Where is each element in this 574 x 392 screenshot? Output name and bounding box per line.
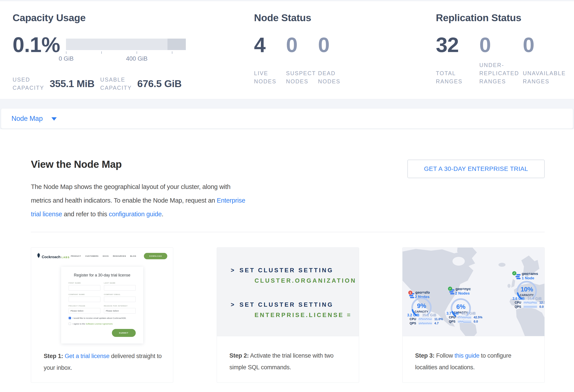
capacity-percent: 0.1% <box>13 34 60 60</box>
sql-command: SET CLUSTER SETTING <box>239 267 333 274</box>
cpu-label: CPU <box>410 317 418 321</box>
sql-command: SET CLUSTER SETTING <box>239 301 333 308</box>
capacity-range: 3.6 GiB 34.4 GiB <box>512 297 542 301</box>
capacity-total: 65.7 GiB <box>461 312 475 316</box>
page-title: View the Node Map <box>31 158 247 170</box>
section-divider <box>31 232 545 232</box>
usable-capacity-label: USABLE CAPACITY <box>100 76 135 92</box>
locality-name: geo=sfo <box>415 290 430 295</box>
qps-sparkline-chart <box>523 305 537 308</box>
axis-tick <box>66 51 66 54</box>
cpu-value: 42.5% <box>473 316 482 319</box>
capacity-used: 3.7 GiB <box>447 312 459 316</box>
cpu-metric-row: CPU 11.0% <box>410 317 443 321</box>
locality-nodes: 1 Node <box>522 276 534 280</box>
suspect-nodes-value: 0 <box>286 34 318 56</box>
step3-card: 1 geo=sfo 2 Nodes 9% CAPACITY <box>402 247 545 383</box>
healthy-badge-icon: ✓ <box>512 271 516 275</box>
text-input <box>104 285 136 291</box>
under-replicated-stat: 0 UNDER-REPLICATED RANGES <box>479 34 523 86</box>
register-page-screenshot: Cockroach LABS PRODUCT CUSTOMERS DOCS RE… <box>31 248 173 347</box>
cpu-sparkline-chart <box>523 301 537 304</box>
gauge-percent: 9% <box>411 302 432 310</box>
capacity-axis: 0 GiB 400 GiB <box>66 50 186 60</box>
qps-label: QPS <box>449 320 458 323</box>
steps-cards-row: Cockroach LABS PRODUCT CUSTOMERS DOCS RE… <box>31 247 545 383</box>
view-selector-label[interactable]: Node Map <box>11 115 42 123</box>
form-field: FIRST NAME <box>69 282 101 291</box>
field-label: COMPANY EMAIL <box>104 294 136 296</box>
axis-tick <box>172 51 172 54</box>
promo-description: The Node Map shows the geographical layo… <box>31 180 247 221</box>
checkbox-unchecked-icon <box>69 322 71 325</box>
unavailable-ranges-stat: 0 UNAVAILABLE RANGES <box>523 34 566 86</box>
usable-capacity-value: 676.5 GiB <box>137 78 182 90</box>
checkbox-label-text: I agree to the <box>73 322 85 325</box>
cockroach-labs-logo: Cockroach LABS <box>37 253 70 259</box>
node-status-section: Node Status 4 LIVE NODES 0 SUSPECT NODES… <box>254 12 436 99</box>
cpu-metric-row: CPU 42.5% <box>449 316 482 319</box>
chevron-down-icon <box>51 117 57 121</box>
total-ranges-stat: 32 TOTAL RANGES <box>436 34 479 86</box>
suspect-nodes-label: SUSPECT NODES <box>286 69 312 86</box>
gauge-percent: 6% <box>450 303 472 310</box>
locality-name: geo=ams <box>522 272 538 276</box>
form-field: COMPANY NAME <box>69 294 101 302</box>
qps-value: 0.0 <box>539 305 544 308</box>
form-field: COMPANY EMAIL <box>104 294 136 302</box>
field-label: REASON FOR INTEREST <box>104 305 136 307</box>
cpu-sparkline-chart <box>458 316 472 319</box>
capacity-used: 3.6 GiB <box>512 297 525 301</box>
nav-item: CUSTOMERS <box>85 255 99 257</box>
get-trial-license-link[interactable]: Get a trial license <box>65 353 109 359</box>
locality-nodes: 2 Nodes <box>455 291 470 296</box>
cpu-value: 11.0% <box>434 317 443 321</box>
promo-description-text: and refer to this <box>64 210 107 218</box>
replication-status-title: Replication Status <box>436 12 566 24</box>
nav-item: RESOURCES <box>113 255 126 257</box>
promo-description-text: The Node Map shows the geographical layo… <box>31 183 230 204</box>
live-nodes-stat: 4 LIVE NODES <box>254 34 286 86</box>
promo-text-block: View the Node Map The Node Map shows the… <box>31 158 247 221</box>
select-input: Please Select <box>104 308 136 314</box>
field-label: COMPANY NAME <box>69 294 101 296</box>
unavailable-ranges-label: UNAVAILABLE RANGES <box>523 69 556 86</box>
used-capacity-label: USED CAPACITY <box>13 76 47 92</box>
checkbox-checked-icon: ✓ <box>69 317 71 319</box>
axis-tick <box>137 51 137 54</box>
license-agreement-link: Software License Agreement. <box>86 322 113 325</box>
capacity-bar-other-usage <box>167 38 186 50</box>
configuration-guide-link[interactable]: configuration guide <box>109 210 162 218</box>
node-map-promo-section: View the Node Map The Node Map shows the… <box>0 129 574 392</box>
cpu-label: CPU <box>449 316 458 319</box>
node-map-preview: 1 geo=sfo 2 Nodes 9% CAPACITY <box>403 248 544 336</box>
this-guide-link[interactable]: this guide <box>455 352 480 359</box>
error-badge-icon: 1 <box>408 291 412 295</box>
under-replicated-value: 0 <box>479 34 523 56</box>
suspect-nodes-stat: 0 SUSPECT NODES <box>286 34 318 86</box>
sql-prompt: > <box>231 301 236 308</box>
qps-metric-row: QPS 0.0 <box>449 320 478 323</box>
checkbox-label: I would like to receive email updates ab… <box>73 317 126 319</box>
used-capacity-value: 355.1 MiB <box>50 78 94 90</box>
view-selector-dropdown[interactable]: Node Map <box>1 108 573 129</box>
trial-register-form: Register for a 30-day trial license FIRS… <box>61 267 143 343</box>
qps-label: QPS <box>515 305 523 308</box>
live-nodes-label: LIVE NODES <box>254 69 281 86</box>
healthy-badge-icon: ✓ <box>448 287 452 291</box>
step1-card: Cockroach LABS PRODUCT CUSTOMERS DOCS RE… <box>31 247 173 383</box>
field-label: FIRST NAME <box>69 282 101 284</box>
gauge-label: CAPACITY <box>411 310 432 313</box>
step-text: Follow <box>436 352 453 359</box>
live-nodes-value: 4 <box>254 34 286 56</box>
sql-argument: ENTERPRISE.LICENSE = <box>255 312 359 318</box>
download-button: DOWNLOAD <box>144 253 167 259</box>
replication-status-section: Replication Status 32 TOTAL RANGES 0 UND… <box>436 12 566 99</box>
sql-commands-graphic: >SET CLUSTER SETTING CLUSTER.ORGANIZATIO… <box>217 248 359 336</box>
select-input: Please Select <box>69 308 101 314</box>
dead-nodes-label: DEAD NODES <box>318 69 345 86</box>
axis-tick-label: 0 GiB <box>59 55 74 62</box>
get-enterprise-trial-button[interactable]: GET A 30-DAY ENTERPRISE TRIAL <box>407 160 545 178</box>
capacity-usage-section: Capacity Usage 0.1% 0 GiB 400 GiB USED <box>13 12 254 99</box>
license-agreement-checkbox-row: I agree to the Software License Agreemen… <box>69 322 136 325</box>
